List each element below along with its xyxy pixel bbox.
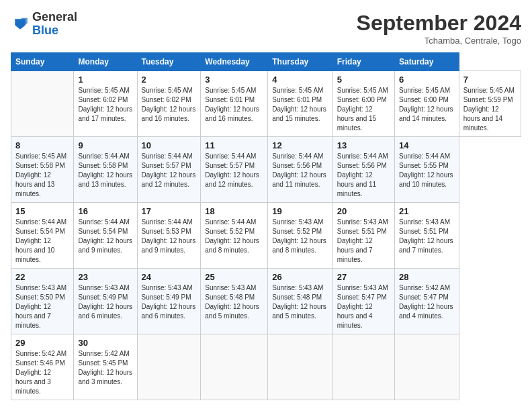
calendar-cell: 13Sunrise: 5:44 AMSunset: 5:56 PMDayligh…	[332, 137, 394, 203]
day-info: Sunrise: 5:43 AMSunset: 5:47 PMDaylight:…	[337, 283, 390, 330]
calendar-cell: 28Sunrise: 5:42 AMSunset: 5:47 PMDayligh…	[394, 269, 459, 334]
calendar-cell: 27Sunrise: 5:43 AMSunset: 5:47 PMDayligh…	[332, 269, 394, 334]
calendar-week-5: 29Sunrise: 5:42 AMSunset: 5:46 PMDayligh…	[11, 334, 521, 400]
location-subtitle: Tchamba, Centrale, Togo	[357, 36, 521, 46]
day-number: 4	[272, 75, 328, 85]
day-header-friday: Friday	[332, 53, 394, 71]
day-number: 21	[399, 206, 455, 216]
day-info: Sunrise: 5:44 AMSunset: 5:54 PMDaylight:…	[78, 218, 132, 255]
day-number: 12	[272, 140, 328, 150]
calendar-cell: 25Sunrise: 5:43 AMSunset: 5:48 PMDayligh…	[201, 269, 268, 334]
page-header: General Blue September 2024 Tchamba, Cen…	[11, 11, 521, 46]
calendar-cell: 30Sunrise: 5:42 AMSunset: 5:45 PMDayligh…	[74, 334, 137, 400]
day-info: Sunrise: 5:45 AMSunset: 6:01 PMDaylight:…	[272, 86, 328, 124]
calendar-cell	[394, 334, 459, 400]
calendar-cell	[201, 334, 268, 400]
calendar-header: SundayMondayTuesdayWednesdayThursdayFrid…	[11, 53, 521, 71]
day-info: Sunrise: 5:45 AMSunset: 5:59 PMDaylight:…	[463, 86, 517, 133]
day-number: 15	[15, 206, 69, 216]
day-info: Sunrise: 5:44 AMSunset: 5:56 PMDaylight:…	[272, 152, 328, 189]
day-info: Sunrise: 5:42 AMSunset: 5:46 PMDaylight:…	[15, 349, 69, 396]
calendar-table: SundayMondayTuesdayWednesdayThursdayFrid…	[11, 52, 521, 400]
day-info: Sunrise: 5:45 AMSunset: 6:02 PMDaylight:…	[78, 86, 132, 124]
day-info: Sunrise: 5:44 AMSunset: 5:58 PMDaylight:…	[78, 152, 132, 189]
calendar-cell: 5Sunrise: 5:45 AMSunset: 6:00 PMDaylight…	[332, 71, 394, 137]
month-title: September 2024	[357, 11, 521, 36]
calendar-cell: 29Sunrise: 5:42 AMSunset: 5:46 PMDayligh…	[11, 334, 74, 400]
calendar-cell	[137, 334, 201, 400]
title-block: September 2024 Tchamba, Centrale, Togo	[357, 11, 521, 46]
day-info: Sunrise: 5:42 AMSunset: 5:47 PMDaylight:…	[399, 283, 455, 321]
day-number: 6	[399, 75, 455, 85]
calendar-week-4: 22Sunrise: 5:43 AMSunset: 5:50 PMDayligh…	[11, 269, 521, 334]
calendar-cell: 12Sunrise: 5:44 AMSunset: 5:56 PMDayligh…	[268, 137, 332, 203]
calendar-cell: 24Sunrise: 5:43 AMSunset: 5:49 PMDayligh…	[137, 269, 201, 334]
day-number: 14	[399, 140, 455, 150]
day-info: Sunrise: 5:45 AMSunset: 6:02 PMDaylight:…	[142, 86, 197, 124]
calendar-cell: 18Sunrise: 5:44 AMSunset: 5:52 PMDayligh…	[201, 203, 268, 269]
day-number: 23	[78, 272, 132, 282]
calendar-cell: 15Sunrise: 5:44 AMSunset: 5:54 PMDayligh…	[11, 203, 74, 269]
calendar-cell	[268, 334, 332, 400]
day-number: 24	[142, 272, 197, 282]
calendar-cell: 7Sunrise: 5:45 AMSunset: 5:59 PMDaylight…	[459, 71, 521, 137]
day-header-monday: Monday	[74, 53, 137, 71]
day-number: 1	[78, 75, 132, 85]
day-number: 28	[399, 272, 455, 282]
calendar-cell: 20Sunrise: 5:43 AMSunset: 5:51 PMDayligh…	[332, 203, 394, 269]
calendar-cell: 23Sunrise: 5:43 AMSunset: 5:49 PMDayligh…	[74, 269, 137, 334]
day-info: Sunrise: 5:44 AMSunset: 5:54 PMDaylight:…	[15, 218, 69, 265]
calendar-cell: 9Sunrise: 5:44 AMSunset: 5:58 PMDaylight…	[74, 137, 137, 203]
day-info: Sunrise: 5:45 AMSunset: 6:00 PMDaylight:…	[337, 86, 390, 133]
logo-icon	[11, 15, 30, 34]
day-info: Sunrise: 5:44 AMSunset: 5:52 PMDaylight:…	[205, 218, 263, 255]
calendar-cell: 17Sunrise: 5:44 AMSunset: 5:53 PMDayligh…	[137, 203, 201, 269]
day-number: 30	[78, 338, 132, 348]
day-header-tuesday: Tuesday	[137, 53, 201, 71]
day-info: Sunrise: 5:44 AMSunset: 5:57 PMDaylight:…	[205, 152, 263, 189]
day-number: 25	[205, 272, 263, 282]
day-number: 29	[15, 338, 69, 348]
day-info: Sunrise: 5:44 AMSunset: 5:53 PMDaylight:…	[142, 218, 197, 255]
logo-text: General Blue	[32, 11, 77, 38]
day-info: Sunrise: 5:45 AMSunset: 5:58 PMDaylight:…	[15, 152, 69, 199]
calendar-week-2: 8Sunrise: 5:45 AMSunset: 5:58 PMDaylight…	[11, 137, 521, 203]
day-number: 26	[272, 272, 328, 282]
calendar-cell: 3Sunrise: 5:45 AMSunset: 6:01 PMDaylight…	[201, 71, 268, 137]
day-number: 22	[15, 272, 69, 282]
calendar-cell: 22Sunrise: 5:43 AMSunset: 5:50 PMDayligh…	[11, 269, 74, 334]
day-number: 16	[78, 206, 132, 216]
day-info: Sunrise: 5:43 AMSunset: 5:51 PMDaylight:…	[337, 218, 390, 265]
calendar-cell: 10Sunrise: 5:44 AMSunset: 5:57 PMDayligh…	[137, 137, 201, 203]
calendar-body: 1Sunrise: 5:45 AMSunset: 6:02 PMDaylight…	[11, 71, 521, 400]
calendar-cell: 4Sunrise: 5:45 AMSunset: 6:01 PMDaylight…	[268, 71, 332, 137]
day-number: 10	[142, 140, 197, 150]
day-header-saturday: Saturday	[394, 53, 459, 71]
day-info: Sunrise: 5:43 AMSunset: 5:49 PMDaylight:…	[78, 283, 132, 321]
day-header-thursday: Thursday	[268, 53, 332, 71]
day-number: 2	[142, 75, 197, 85]
day-info: Sunrise: 5:43 AMSunset: 5:48 PMDaylight:…	[272, 283, 328, 321]
day-number: 17	[142, 206, 197, 216]
day-header-sunday: Sunday	[11, 53, 74, 71]
day-number: 7	[463, 75, 517, 85]
calendar-cell: 21Sunrise: 5:43 AMSunset: 5:51 PMDayligh…	[394, 203, 459, 269]
day-header-wednesday: Wednesday	[201, 53, 268, 71]
day-number: 8	[15, 140, 69, 150]
day-number: 9	[78, 140, 132, 150]
day-info: Sunrise: 5:43 AMSunset: 5:52 PMDaylight:…	[272, 218, 328, 255]
day-number: 3	[205, 75, 263, 85]
day-number: 11	[205, 140, 263, 150]
calendar-cell: 6Sunrise: 5:45 AMSunset: 6:00 PMDaylight…	[394, 71, 459, 137]
day-info: Sunrise: 5:43 AMSunset: 5:48 PMDaylight:…	[205, 283, 263, 321]
calendar-cell	[11, 71, 74, 137]
day-number: 20	[337, 206, 390, 216]
calendar-week-3: 15Sunrise: 5:44 AMSunset: 5:54 PMDayligh…	[11, 203, 521, 269]
day-info: Sunrise: 5:43 AMSunset: 5:50 PMDaylight:…	[15, 283, 69, 330]
day-info: Sunrise: 5:44 AMSunset: 5:55 PMDaylight:…	[399, 152, 455, 189]
day-number: 27	[337, 272, 390, 282]
calendar-cell: 2Sunrise: 5:45 AMSunset: 6:02 PMDaylight…	[137, 71, 201, 137]
calendar-cell	[332, 334, 394, 400]
calendar-cell: 19Sunrise: 5:43 AMSunset: 5:52 PMDayligh…	[268, 203, 332, 269]
day-info: Sunrise: 5:43 AMSunset: 5:51 PMDaylight:…	[399, 218, 455, 255]
